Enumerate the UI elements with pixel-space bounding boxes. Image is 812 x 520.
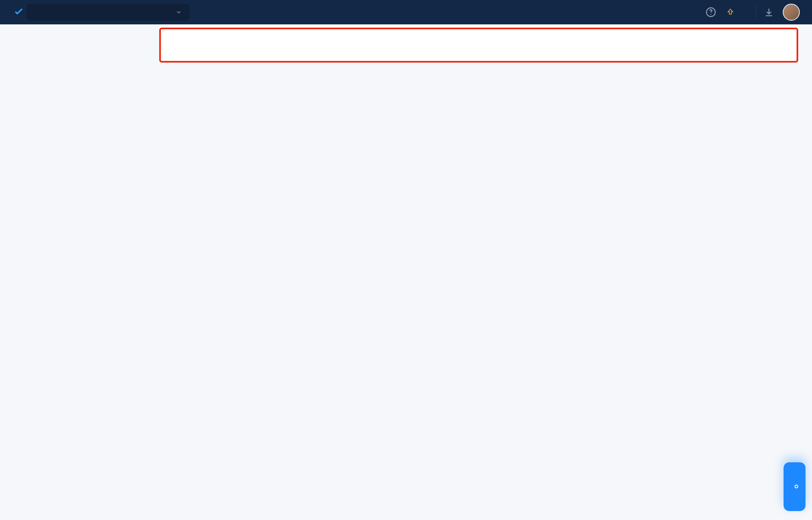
svg-point-1 [710,14,711,15]
topbar [0,0,812,24]
help-icon[interactable] [705,6,717,18]
chat-tab[interactable] [784,462,806,511]
chevron-down-icon [175,9,182,15]
sidebar [0,24,154,520]
app-logo [12,6,25,19]
project-selector[interactable] [27,4,189,21]
main [154,24,812,520]
divider [756,5,756,20]
rank-tracker-highlight [159,28,798,63]
avatar[interactable] [783,4,800,21]
download-icon[interactable] [763,6,775,18]
upgrade-button[interactable] [717,8,748,16]
upgrade-icon [726,8,734,16]
status-dot-icon [795,485,799,489]
section-title-rank-tracker [161,29,797,50]
